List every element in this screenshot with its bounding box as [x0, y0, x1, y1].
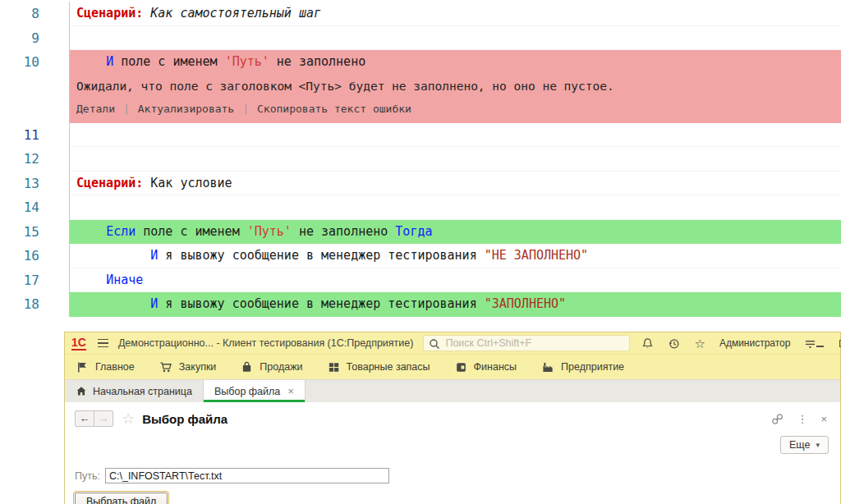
error-action-link[interactable]: Скопировать текст ошибки — [257, 103, 411, 115]
editor-line: Детали|Актуализировать|Скопировать текст… — [0, 99, 841, 123]
stock-icon — [328, 361, 340, 373]
error-action-link[interactable]: Актуализировать — [138, 103, 234, 115]
line-number — [0, 75, 70, 99]
chevron-down-icon: ▾ — [816, 441, 820, 449]
minimize-button[interactable] — [816, 339, 824, 347]
menu-item-товарные-запасы[interactable]: Товарные запасы — [328, 361, 430, 373]
menu-item-label: Продажи — [260, 361, 302, 373]
editor-line: 10 И поле с именем 'Путь' не заполнено — [0, 50, 841, 75]
code-line[interactable]: Иначе — [70, 268, 841, 293]
editor-line: 15 Если поле с именем 'Путь' не заполнен… — [0, 220, 841, 245]
current-user[interactable]: Администратор — [719, 337, 791, 349]
editor-line: 14 — [0, 195, 841, 220]
menu-item-закупки[interactable]: Закупки — [159, 361, 217, 373]
code-line[interactable] — [70, 147, 841, 172]
line-number: 10 — [0, 50, 70, 75]
menu-item-label: Предприятие — [561, 361, 624, 373]
code-line[interactable] — [70, 26, 841, 51]
tab-close-icon[interactable]: × — [287, 385, 294, 397]
sections-menubar: ГлавноеЗакупкиПродажиТоварные запасыФина… — [65, 355, 840, 379]
tab-начальная-страница[interactable]: Начальная страница — [65, 380, 204, 402]
tools-settings-icon[interactable] — [804, 338, 816, 349]
code-line[interactable]: Сценарий: Как условие — [70, 172, 841, 196]
line-number: 11 — [0, 123, 70, 148]
nav-back-button[interactable]: ← — [75, 410, 94, 427]
line-number — [0, 99, 70, 123]
code-line[interactable]: И я вывожу сообщение в менеджер тестиров… — [70, 244, 841, 268]
separator: | — [242, 103, 249, 115]
menu-item-label: Товарные запасы — [347, 361, 430, 373]
line-number: 13 — [0, 172, 70, 196]
editor-line: Ожидали, что поле с заголовком <Путь> бу… — [0, 75, 841, 99]
1c-enterprise-window: 1С Демонстрационно... - Клиент тестирова… — [64, 332, 841, 504]
path-label: Путь: — [75, 470, 100, 482]
more-commands-icon[interactable]: ⋮ — [797, 413, 807, 425]
code-line[interactable] — [70, 123, 841, 148]
separator: | — [123, 103, 130, 115]
line-number: 15 — [0, 220, 70, 245]
menu-item-финансы[interactable]: Финансы — [455, 361, 517, 373]
form-title: Выбор файла — [142, 412, 227, 426]
line-number: 9 — [0, 26, 70, 51]
favorites-star-icon[interactable]: ☆ — [694, 337, 705, 350]
cart-icon — [159, 361, 172, 373]
home-icon — [76, 386, 87, 396]
line-number: 16 — [0, 244, 70, 268]
choose-file-button[interactable]: Выбрать файл — [75, 493, 168, 504]
tab-выбор-файла[interactable]: Выбор файла× — [204, 380, 306, 402]
1c-logo: 1С — [71, 337, 86, 351]
editor-line: 12 — [0, 147, 841, 172]
more-button[interactable]: Еще ▾ — [780, 436, 829, 454]
error-actions: Детали|Актуализировать|Скопировать текст… — [70, 99, 841, 123]
path-input[interactable] — [105, 468, 389, 483]
menu-item-label: Финансы — [474, 361, 517, 373]
titlebar: 1С Демонстрационно... - Клиент тестирова… — [65, 332, 840, 355]
menu-item-label: Главное — [95, 361, 135, 373]
menu-item-предприятие[interactable]: Предприятие — [541, 361, 624, 373]
code-line[interactable] — [70, 195, 841, 220]
line-number: 17 — [0, 268, 70, 293]
menu-item-label: Закупки — [179, 361, 217, 373]
tab-label: Начальная страница — [93, 386, 192, 397]
menu-item-главное[interactable]: Главное — [76, 361, 135, 373]
editor-line: 18 И я вывожу сообщение в менеджер тести… — [0, 292, 841, 317]
window-title: Демонстрационно... - Клиент тестирования… — [118, 337, 414, 349]
global-search[interactable] — [423, 335, 630, 351]
tab-label: Выбор файла — [214, 386, 280, 397]
tabbar: Начальная страницаВыбор файла× — [65, 379, 840, 402]
editor-line: 13Сценарий: Как условие — [0, 172, 841, 196]
line-number: 8 — [0, 2, 70, 26]
error-action-link[interactable]: Детали — [76, 103, 115, 115]
form-close-icon[interactable]: × — [820, 413, 827, 425]
error-message: Ожидали, что поле с заголовком <Путь> бу… — [70, 75, 841, 99]
history-icon[interactable] — [668, 337, 680, 350]
line-number: 18 — [0, 292, 70, 317]
nav-forward-button[interactable]: → — [94, 410, 113, 427]
flag-icon — [76, 361, 89, 373]
menu-item-продажи[interactable]: Продажи — [241, 361, 302, 373]
line-number: 14 — [0, 195, 70, 220]
get-link-icon[interactable] — [771, 413, 784, 425]
form-content: ← → ☆ Выбор файла ⋮ × — [65, 402, 840, 504]
finance-icon — [455, 361, 467, 373]
code-line[interactable]: И я вывожу сообщение в менеджер тестиров… — [70, 292, 841, 317]
form-toolbar: ← → ☆ Выбор файла ⋮ × — [65, 402, 840, 431]
add-favorite-star-icon[interactable]: ☆ — [122, 410, 135, 428]
editor-rows: 8Сценарий: Как самостоятельный шаг910 И … — [0, 2, 841, 317]
code-line[interactable]: Сценарий: Как самостоятельный шаг — [70, 2, 841, 26]
notifications-bell-icon[interactable] — [641, 337, 654, 350]
line-number: 12 — [0, 147, 70, 172]
search-input[interactable] — [424, 336, 629, 351]
factory-icon — [541, 361, 554, 373]
screen: 8Сценарий: Как самостоятельный шаг910 И … — [0, 0, 841, 504]
test-script-editor[interactable]: 8Сценарий: Как самостоятельный шаг910 И … — [0, 0, 841, 330]
code-line[interactable]: И поле с именем 'Путь' не заполнено — [70, 50, 841, 75]
editor-line: 17 Иначе — [0, 268, 841, 293]
editor-line: 8Сценарий: Как самостоятельный шаг — [0, 2, 841, 26]
bag-icon — [241, 361, 253, 373]
main-menu-icon[interactable] — [98, 339, 108, 348]
editor-line: 16 И я вывожу сообщение в менеджер тести… — [0, 244, 841, 268]
editor-line: 9 — [0, 26, 841, 51]
editor-line: 11 — [0, 123, 841, 148]
code-line[interactable]: Если поле с именем 'Путь' не заполнено Т… — [70, 220, 841, 245]
